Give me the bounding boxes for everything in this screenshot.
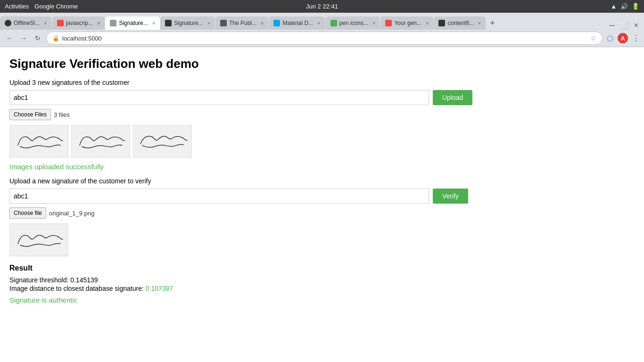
sig-svg-1 [13,129,65,155]
choose-file-button[interactable]: Choose file [9,207,46,219]
os-top-bar: Activities Google Chrome Jun 2 22:41 ▲ 🔊… [0,0,644,13]
tab-contentfi[interactable]: contentfi... × [434,16,486,30]
lock-icon: 🔒 [52,35,59,41]
distance-value: 0.107387 [146,285,173,292]
extensions-icon[interactable]: ⬡ [605,33,615,43]
tab-favicon-javascript [57,20,64,26]
tab-offlinesi[interactable]: OfflineSi... × [0,16,52,30]
maximize-button[interactable]: ⬜ [619,22,630,29]
tab-signature-active[interactable]: Signature... × [105,16,160,30]
address-bar-row: ← → ↻ 🔒 localhost:5000 ☆ ⬡ A ⋮ [0,30,644,47]
datetime-label: Jun 2 22:41 [306,3,338,10]
tab-label-contentfi: contentfi... [447,20,473,26]
tab-favicon-signature2 [165,20,172,26]
tab-close-contentfi[interactable]: × [478,20,481,26]
tab-pen-icons[interactable]: pen icons... × [326,16,380,30]
page-content: Signature Verification web demo Upload 3… [0,47,644,313]
upload-section: Upload 3 new signatures of the customer … [9,79,635,171]
tab-label-your-gen: Your gen... [394,20,421,26]
reload-button[interactable]: ↻ [32,33,43,44]
signature-preview-verify [9,223,635,256]
tab-label-signature2: Signature... [174,20,203,26]
sig-svg-2 [75,129,127,155]
tab-favicon-material-d [273,20,280,26]
distance-line: Image distance to closest database signa… [9,285,635,292]
tab-label-the-publ: The Publ... [229,20,256,26]
sig-preview-verify [9,223,68,256]
address-bar[interactable]: 🔒 localhost:5000 ☆ [46,32,603,45]
sig-preview-2 [71,125,130,158]
sig-preview-1 [9,125,68,158]
sig-svg-verify [13,227,65,253]
success-message: Images uploaded successfully [9,163,635,171]
tab-favicon-the-publ [220,20,227,26]
page-title: Signature Verification web demo [9,57,635,71]
tab-label-pen-icons: pen icons... [339,20,368,26]
verify-file-name-label: original_1_9.png [49,210,94,217]
tab-close-material-d[interactable]: × [317,20,320,26]
tab-favicon-your-gen [385,20,392,26]
browser-chrome: OfflineSi... × javascrip... × Signature.… [0,13,644,47]
sig-svg-3 [137,129,189,155]
new-tab-button[interactable]: + [486,16,499,30]
tab-the-publ[interactable]: The Publ... × [215,16,268,30]
tab-label-material-d: Material D... [282,20,313,26]
verify-label: Upload a new signature of the customer t… [9,177,635,185]
customer-id-input-verify[interactable] [9,189,429,204]
tab-javascript[interactable]: javascrip... × [52,16,105,30]
distance-label-text: Image distance to closest database signa… [9,285,144,292]
tab-favicon-contentfi [438,20,445,26]
avatar-icon[interactable]: A [618,33,628,43]
choose-files-row: Choose Files 3 files [9,109,635,120]
files-count-label: 3 files [54,111,70,118]
tab-signature2[interactable]: Signature... × [160,16,215,30]
upload-button[interactable]: Upload [433,90,472,105]
tab-close-signature-active[interactable]: × [152,20,155,26]
tab-favicon-offlinesi [5,20,11,26]
tab-your-gen[interactable]: Your gen... × [380,16,433,30]
back-button[interactable]: ← [4,33,15,44]
sig-preview-3 [133,125,192,158]
tab-close-signature2[interactable]: × [207,20,210,26]
upload-input-row: Upload [9,90,635,105]
tab-close-your-gen[interactable]: × [426,20,429,26]
minimize-button[interactable]: ─ [607,21,616,30]
verify-button[interactable]: Verify [433,189,468,204]
tab-label-offlinesi: OfflineSi... [14,20,40,26]
customer-id-input-upload[interactable] [9,90,429,105]
result-section: Result Signature threshold: 0.145139 Ima… [9,264,635,304]
forward-button[interactable]: → [18,33,29,44]
app-name-label: Google Chrome [34,3,78,10]
verify-input-row: Verify [9,189,635,204]
verify-section: Upload a new signature of the customer t… [9,177,635,256]
wifi-icon: ▲ [611,3,617,10]
tab-close-javascript[interactable]: × [97,20,100,26]
tab-favicon-signature-active [110,20,116,26]
tab-material-d[interactable]: Material D... × [269,16,325,30]
url-text[interactable]: localhost:5000 [62,35,587,42]
result-title: Result [9,264,635,272]
tab-label-signature-active: Signature... [119,20,148,26]
signature-previews-upload [9,125,635,158]
tab-favicon-pen-icons [330,20,337,26]
tab-label-javascript: javascrip... [66,20,93,26]
tab-bar: OfflineSi... × javascrip... × Signature.… [0,13,644,30]
tab-close-the-publ[interactable]: × [261,20,264,26]
tab-close-pen-icons[interactable]: × [372,20,375,26]
star-icon[interactable]: ☆ [590,34,596,42]
tab-close-offlinesi[interactable]: × [44,20,47,26]
activities-label[interactable]: Activities [5,3,29,10]
volume-icon: 🔊 [620,3,628,10]
authentic-message: Signature is authentic [9,296,635,304]
threshold-line: Signature threshold: 0.145139 [9,276,635,284]
upload-label: Upload 3 new signatures of the customer [9,79,635,86]
menu-icon[interactable]: ⋮ [631,33,640,43]
choose-file-row: Choose file original_1_9.png [9,207,635,219]
battery-icon: 🔋 [632,3,639,10]
close-window-button[interactable]: × [632,21,640,30]
choose-files-button[interactable]: Choose Files [9,109,51,120]
